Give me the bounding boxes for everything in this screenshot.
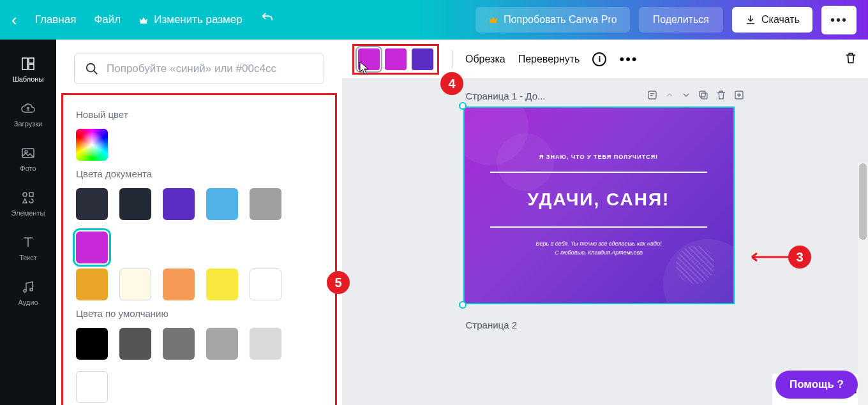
duplicate-icon[interactable] (698, 89, 709, 103)
design-canvas[interactable]: Я ЗНАЮ, ЧТО У ТЕБЯ ПОЛУЧИТСЯ! УДАЧИ, САН… (463, 107, 735, 304)
svg-point-7 (24, 290, 26, 292)
crown-icon (488, 15, 498, 24)
svg-rect-0 (22, 58, 27, 70)
color-swatch[interactable] (206, 269, 238, 300)
color-swatch[interactable] (250, 269, 281, 300)
color-swatch[interactable] (163, 188, 195, 220)
sidebar-item-elements[interactable]: Элементы (0, 181, 56, 226)
color-picker-swatch[interactable] (76, 129, 108, 161)
panel-body: Новый цвет Цвета документа Цвета по умол… (61, 93, 337, 405)
arrow-icon (747, 252, 788, 262)
page-1: Страница 1 - До... Я ЗНАЮ, ЧТО У ТЕБЯ ПО… (463, 85, 747, 330)
resize-label: Изменить размер (154, 13, 243, 26)
try-pro-button[interactable]: Попробовать Canva Pro (475, 7, 630, 33)
default-colors-row (76, 328, 322, 403)
svg-point-8 (30, 288, 33, 291)
color-swatch[interactable] (76, 328, 108, 360)
context-swatch-2[interactable] (385, 48, 407, 70)
download-button[interactable]: Скачать (732, 7, 812, 33)
color-swatch[interactable] (206, 328, 238, 360)
doc-colors-row (76, 188, 322, 263)
crop-button[interactable]: Обрезка (465, 54, 505, 65)
templates-icon (20, 56, 36, 71)
card-sub-line2: С любовью, Клавдия Артемьева (535, 248, 661, 257)
color-panel: Новый цвет Цвета документа Цвета по умол… (56, 40, 342, 405)
home-menu[interactable]: Главная (35, 13, 77, 26)
search-input[interactable] (107, 63, 313, 75)
color-swatch[interactable] (250, 328, 281, 360)
delete-page-icon[interactable] (715, 89, 727, 103)
svg-rect-2 (29, 64, 34, 70)
color-swatch[interactable] (250, 188, 281, 220)
sidebar-item-audio[interactable]: Аудио (0, 270, 56, 315)
default-colors-title: Цвета по умолчанию (76, 308, 322, 319)
color-swatch[interactable] (119, 188, 151, 220)
selection-handle[interactable] (459, 301, 467, 309)
notes-icon[interactable] (647, 89, 658, 103)
color-swatch[interactable] (119, 328, 151, 360)
color-swatch[interactable] (76, 371, 108, 403)
resize-button[interactable]: Изменить размер (138, 13, 243, 26)
doc-colors-title: Цвета документа (76, 168, 322, 179)
canvas-area: Обрезка Перевернуть i ••• Страница 1 - Д… (342, 40, 868, 405)
undo-icon[interactable] (260, 11, 274, 29)
sidebar-item-label: Элементы (11, 209, 45, 217)
file-menu[interactable]: Файл (94, 13, 121, 26)
color-swatch[interactable] (76, 269, 108, 300)
context-more-button[interactable]: ••• (619, 51, 638, 68)
annotation-3: 3 (788, 246, 811, 269)
cloud-upload-icon (20, 101, 36, 116)
card-title: УДАЧИ, САНЯ! (528, 189, 670, 210)
svg-rect-11 (701, 93, 707, 99)
download-icon (745, 14, 756, 26)
context-swatch-1[interactable] (358, 48, 380, 70)
back-icon[interactable]: ‹ (11, 10, 17, 30)
divider (452, 50, 453, 68)
doc-colors-row (76, 269, 322, 300)
sidebar-item-photos[interactable]: Фото (0, 136, 56, 181)
delete-icon[interactable] (844, 51, 858, 68)
scrollbar-thumb[interactable] (859, 163, 867, 240)
card-top-text: Я ЗНАЮ, ЧТО У ТЕБЯ ПОЛУЧИТСЯ! (539, 154, 658, 160)
more-button[interactable]: ••• (821, 6, 857, 34)
canvas-scroll[interactable]: Страница 1 - До... Я ЗНАЮ, ЧТО У ТЕБЯ ПО… (342, 79, 868, 405)
annotation-5: 5 (327, 271, 350, 294)
selection-handle[interactable] (459, 102, 467, 110)
deco-circle (497, 133, 554, 191)
share-button[interactable]: Поделиться (639, 7, 723, 33)
help-button[interactable]: Помощь ? (775, 371, 858, 399)
crown-icon (138, 15, 149, 24)
svg-rect-12 (700, 91, 705, 97)
context-swatch-3[interactable] (412, 48, 433, 70)
svg-point-5 (23, 193, 27, 196)
color-swatch[interactable] (163, 328, 195, 360)
sidebar-item-text[interactable]: Текст (0, 226, 56, 270)
page-header: Страница 1 - До... (463, 85, 747, 107)
sidebar-item-templates[interactable]: Шаблоны (0, 47, 56, 92)
svg-rect-10 (648, 91, 656, 99)
color-swatch[interactable] (76, 232, 108, 263)
sidebar-item-uploads[interactable]: Загрузки (0, 92, 56, 136)
add-page-icon[interactable] (733, 89, 745, 103)
card-subtitle: Верь в себя. Ты точно все сделаешь как н… (535, 239, 661, 258)
left-sidebar: Шаблоны Загрузки Фото Элементы Текст Ауд… (0, 40, 56, 405)
photo-icon (20, 145, 36, 161)
scrollbar[interactable] (858, 162, 868, 405)
flip-button[interactable]: Перевернуть (518, 54, 580, 65)
color-swatch[interactable] (163, 269, 195, 300)
sidebar-item-label: Текст (19, 254, 37, 261)
info-icon[interactable]: i (592, 52, 606, 66)
svg-point-9 (87, 64, 95, 72)
color-swatch[interactable] (76, 188, 108, 220)
move-down-icon[interactable] (681, 90, 691, 102)
page-title: Страница 1 - До... (466, 91, 640, 101)
audio-icon (20, 279, 36, 295)
search-box[interactable] (74, 54, 324, 84)
move-up-icon[interactable] (664, 90, 675, 102)
color-swatch[interactable] (119, 269, 151, 300)
sidebar-item-label: Загрузки (14, 120, 42, 128)
annotation-4: 4 (440, 72, 463, 95)
new-color-title: Новый цвет (76, 109, 322, 120)
color-swatch[interactable] (206, 188, 238, 220)
main: Шаблоны Загрузки Фото Элементы Текст Ауд… (0, 40, 868, 405)
